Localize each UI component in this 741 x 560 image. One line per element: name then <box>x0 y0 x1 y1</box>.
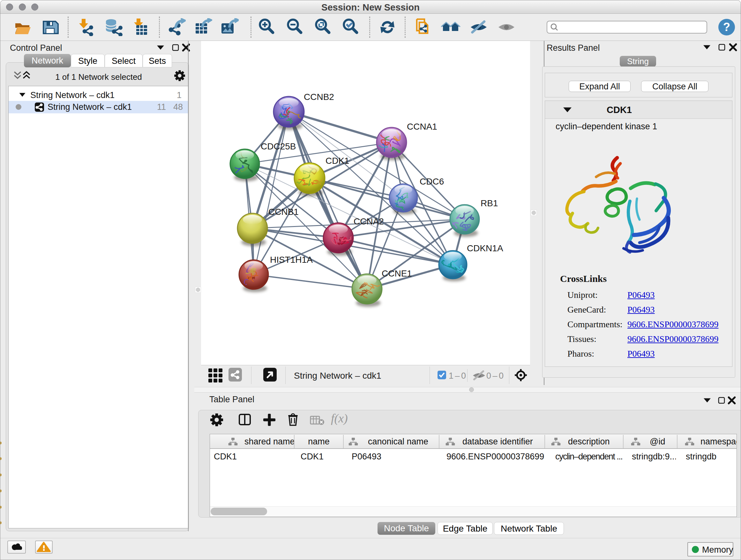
svg-text:HIST1H1A: HIST1H1A <box>270 255 313 265</box>
svg-text:name: name <box>308 437 330 446</box>
svg-text:?: ? <box>723 20 730 34</box>
svg-text:CCNE1: CCNE1 <box>382 268 412 278</box>
svg-text:namespace: namespace <box>700 437 737 446</box>
svg-text:@id: @id <box>650 437 665 446</box>
svg-text:CDK1: CDK1 <box>326 156 349 166</box>
svg-text:RB1: RB1 <box>481 198 498 208</box>
svg-text:CCNA1: CCNA1 <box>407 122 437 132</box>
svg-text:database identifier: database identifier <box>462 437 533 446</box>
svg-text:CDC6: CDC6 <box>420 177 444 186</box>
svg-text:48: 48 <box>173 102 183 112</box>
svg-text:canonical name: canonical name <box>368 437 428 446</box>
svg-text:CDKN1A: CDKN1A <box>467 243 503 253</box>
svg-text:String Network – cdk1: String Network – cdk1 <box>30 90 115 100</box>
svg-text:CCNB2: CCNB2 <box>304 92 334 102</box>
svg-text:CDK1: CDK1 <box>607 105 632 115</box>
svg-text:1: 1 <box>177 90 182 100</box>
svg-text:CCNB1: CCNB1 <box>268 207 299 217</box>
svg-text:CCNA2: CCNA2 <box>354 216 384 226</box>
svg-text:description: description <box>568 437 610 446</box>
svg-text:String Network – cdk1: String Network – cdk1 <box>48 102 132 112</box>
svg-text:shared name: shared name <box>245 437 295 446</box>
svg-text:11: 11 <box>157 102 166 112</box>
svg-text:CDC25B: CDC25B <box>261 141 296 151</box>
